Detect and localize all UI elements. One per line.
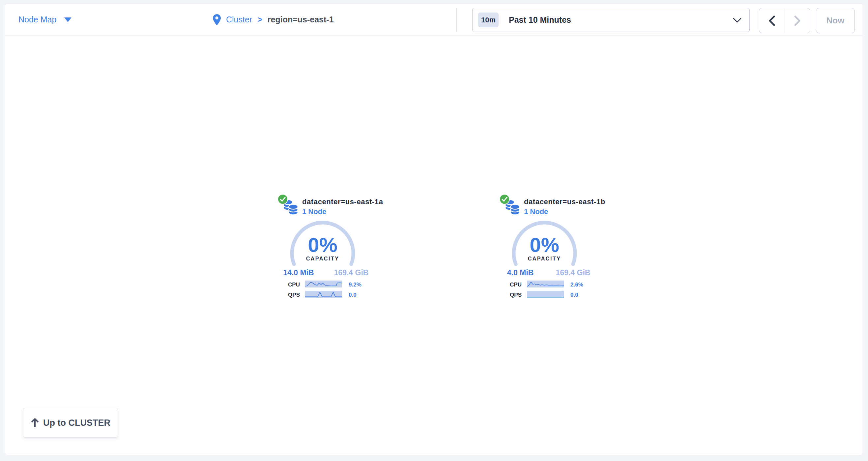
breadcrumb-separator: > [257,15,262,24]
time-range-label: Past 10 Minutes [509,15,571,25]
breadcrumb: Cluster > region=us-east-1 [213,4,334,36]
datacenter-title: datacenter=us-east-1a [302,198,383,206]
view-selector-label: Node Map [19,15,56,24]
datacenter-module-us-east-1b[interactable]: datacenter=us-east-1b 1 Node 0% CAPACITY… [480,191,599,304]
stat-label: QPS [500,292,522,298]
datacenter-title: datacenter=us-east-1b [524,198,606,206]
up-to-cluster-label: Up to CLUSTER [43,418,111,428]
datacenter-node-count: 1 Node [302,207,326,216]
now-button[interactable]: Now [816,8,855,33]
capacity-used: 4.0 MiB [501,268,540,277]
toolbar: Node Map Cluster > region=us-east-1 10m … [5,4,863,36]
qps-sparkline [305,291,342,298]
stat-value: 2.6% [570,282,583,288]
capacity-used: 14.0 MiB [279,268,318,277]
healthy-check-icon [499,194,510,204]
capacity-percent: 0% [512,235,577,255]
capacity-caption: CAPACITY [290,256,355,262]
capacity-total: 169.4 GiB [332,268,371,277]
breadcrumb-cluster-link[interactable]: Cluster [226,15,252,24]
datacenter-module-us-east-1a[interactable]: datacenter=us-east-1a 1 Node 0% CAPACITY… [258,191,377,304]
capacity-caption: CAPACITY [512,256,577,262]
stat-label: CPU [500,282,522,288]
cpu-sparkline [527,281,564,288]
stat-value: 0.0 [570,292,578,298]
up-to-cluster-button[interactable]: Up to CLUSTER [23,408,118,438]
breadcrumb-current: region=us-east-1 [268,15,334,24]
chevron-down-icon [733,18,741,24]
stat-value: 9.2% [349,282,362,288]
qps-sparkline [527,291,564,298]
time-range-badge: 10m [478,12,499,27]
stat-label: QPS [278,292,300,298]
chevron-left-icon [768,15,775,26]
stat-label: CPU [278,282,300,288]
datacenter-node-count: 1 Node [524,207,548,216]
view-selector-dropdown[interactable]: Node Map [19,4,71,36]
time-nav-group [759,8,810,33]
up-arrow-icon [31,418,39,428]
location-pin-icon [213,14,221,25]
capacity-total: 169.4 GiB [553,268,593,277]
healthy-check-icon [277,194,288,204]
time-range-dropdown[interactable]: 10m Past 10 Minutes [472,8,750,32]
stat-value: 0.0 [349,292,356,298]
chevron-right-icon [794,15,801,26]
time-prev-button[interactable] [759,8,785,33]
time-next-button[interactable] [785,8,810,33]
cpu-sparkline [305,281,342,288]
node-map-panel: Node Map Cluster > region=us-east-1 10m … [5,3,863,455]
capacity-percent: 0% [290,235,355,255]
caret-down-icon [64,18,71,22]
